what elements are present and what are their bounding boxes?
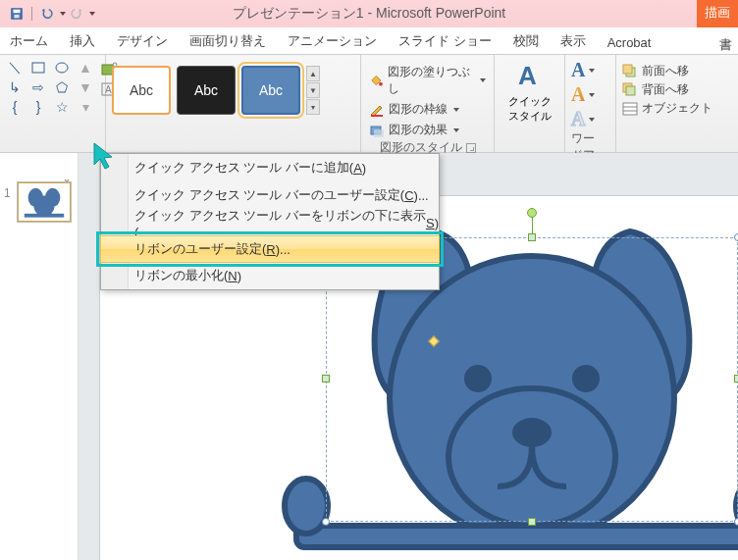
quick-style-label: クイック スタイル <box>508 94 552 124</box>
undo-icon[interactable] <box>40 7 54 21</box>
svg-rect-12 <box>374 129 384 137</box>
style-gallery-scroll: ▲ ▼ ▾ <box>306 66 320 115</box>
shape-brace-right-icon[interactable]: } <box>29 98 47 116</box>
ctx-minimize-ribbon[interactable]: リボンの最小化(N) <box>101 262 439 289</box>
bring-front-button[interactable]: 前面へ移 <box>622 63 732 79</box>
svg-rect-27 <box>296 526 738 547</box>
group-shape-styles: Abc Abc Abc ▲ ▼ ▾ <box>106 55 361 152</box>
send-back-button[interactable]: 背面へ移 <box>622 81 732 98</box>
resize-handle-n[interactable] <box>528 233 536 241</box>
dropdown-icon <box>453 108 459 112</box>
dropdown-icon <box>589 69 595 73</box>
ctx-customize-ribbon[interactable]: リボンのユーザー設定(R)... <box>100 235 440 263</box>
ctx-add-to-qat[interactable]: クイック アクセス ツール バーに追加(A) <box>101 154 439 181</box>
dropdown-icon <box>453 128 459 132</box>
effects-icon <box>369 123 385 138</box>
qat-separator <box>31 7 32 21</box>
ribbon: ＼ ▲ ↳ ⇨ ⬠ ▼ { } ☆ ▾ A Abc Abc Abc <box>0 55 738 153</box>
gallery-scroll-down-icon[interactable]: ▼ <box>306 82 320 98</box>
ruler-gutter <box>79 153 100 560</box>
svg-rect-2 <box>14 15 19 19</box>
svg-rect-3 <box>32 63 44 73</box>
style-swatch-2[interactable]: Abc <box>177 66 236 115</box>
shape-connector-icon[interactable]: ↳ <box>6 78 24 96</box>
style-swatch-3-selected[interactable]: Abc <box>241 66 300 115</box>
shape-effects-label: 図形の効果 <box>389 122 448 138</box>
group-quick-style: A クイック スタイル <box>495 55 565 152</box>
slide-thumbnail-1[interactable] <box>18 182 71 222</box>
tab-slideshow[interactable]: スライド ショー <box>398 32 492 54</box>
send-back-label: 背面へ移 <box>642 81 689 98</box>
shape-arrow-icon[interactable]: ⇨ <box>29 78 47 96</box>
text-fill-button[interactable]: A <box>571 59 609 81</box>
shape-oval-icon[interactable] <box>53 59 71 76</box>
pen-outline-icon <box>369 102 385 118</box>
tab-design[interactable]: デザイン <box>117 32 168 54</box>
resize-handle-s[interactable] <box>528 518 536 526</box>
undo-dropdown-icon[interactable] <box>60 12 66 16</box>
send-back-icon <box>622 82 638 98</box>
cursor-pointer-icon <box>92 141 118 171</box>
text-effects-button[interactable]: A <box>571 108 609 130</box>
gallery-scroll-up-icon[interactable]: ▲ <box>306 66 320 81</box>
shapes-more-icon[interactable]: ▾ <box>77 98 94 116</box>
svg-point-9 <box>379 82 383 86</box>
style-swatch-1[interactable]: Abc <box>112 66 171 115</box>
tab-animation[interactable]: アニメーション <box>288 32 377 54</box>
quick-style-button[interactable]: A クイック スタイル <box>501 59 558 126</box>
slide-number: 1 <box>4 186 11 200</box>
shape-effects-button[interactable]: 図形の効果 <box>367 121 488 139</box>
svg-rect-15 <box>623 65 632 74</box>
shape-rect-icon[interactable] <box>29 59 47 76</box>
shape-star-icon[interactable]: ☆ <box>53 98 71 116</box>
bring-front-label: 前面へ移 <box>642 63 689 79</box>
resize-handle-se[interactable] <box>734 518 738 526</box>
shapes-scroll-down-icon[interactable]: ▼ <box>77 78 94 96</box>
text-effects-icon: A <box>571 108 585 130</box>
shapes-scroll-up-icon[interactable]: ▲ <box>77 59 94 76</box>
text-outline-button[interactable]: A <box>571 83 609 106</box>
selection-pane-button[interactable]: オブジェクト <box>622 100 732 117</box>
selection-pane-icon <box>622 101 638 117</box>
shape-fill-button[interactable]: 図形の塗りつぶし <box>367 63 488 98</box>
resize-handle-sw[interactable] <box>322 518 330 526</box>
resize-handle-w[interactable] <box>322 375 330 382</box>
dialog-launcher-icon[interactable] <box>466 143 476 153</box>
slide-thumbnail-panel: × 1 <box>0 153 79 560</box>
ctx-customize-qat[interactable]: クイック アクセス ツール バーのユーザー設定(C)... <box>101 181 439 209</box>
group-wordart-styles: A A A ワードアートのス… <box>565 55 616 152</box>
shapes-gallery[interactable]: ＼ ▲ ↳ ⇨ ⬠ ▼ { } ☆ ▾ <box>6 59 96 116</box>
tab-extra[interactable]: 書 <box>719 36 732 54</box>
tab-transition[interactable]: 画面切り替え <box>189 32 266 54</box>
ribbon-tabs: ホーム 挿入 デザイン 画面切り替え アニメーション スライド ショー 校閲 表… <box>0 27 738 55</box>
window-title: プレゼンテーション1 - Microsoft PowerPoint <box>233 5 506 23</box>
shape-fill-label: 図形の塗りつぶし <box>388 64 474 97</box>
quick-style-icon: A <box>514 61 546 92</box>
tab-insert[interactable]: 挿入 <box>70 32 95 54</box>
contextual-tab-drawing[interactable]: 描画 <box>697 0 738 27</box>
save-icon[interactable] <box>10 7 24 21</box>
ctx-show-qat-below[interactable]: クイック アクセス ツール バーをリボンの下に表示(S) <box>101 209 439 236</box>
gallery-more-icon[interactable]: ▾ <box>306 99 320 115</box>
shape-brace-left-icon[interactable]: { <box>6 98 24 116</box>
dropdown-icon <box>589 118 595 122</box>
resize-handle-ne[interactable] <box>734 233 738 241</box>
wordart-options: A A A <box>571 59 609 130</box>
svg-rect-18 <box>623 103 637 115</box>
tab-acrobat[interactable]: Acrobat <box>607 35 652 54</box>
rotation-handle[interactable] <box>527 208 537 218</box>
tab-home[interactable]: ホーム <box>10 32 48 54</box>
group-insert-shapes: ＼ ▲ ↳ ⇨ ⬠ ▼ { } ☆ ▾ A <box>0 55 106 152</box>
dropdown-icon <box>589 93 595 97</box>
shape-line-icon[interactable]: ＼ <box>6 59 24 76</box>
shape-polygon-icon[interactable]: ⬠ <box>53 78 71 96</box>
resize-handle-e[interactable] <box>734 375 738 382</box>
tab-review[interactable]: 校閲 <box>513 32 539 54</box>
shape-outline-button[interactable]: 図形の枠線 <box>367 100 488 119</box>
dropdown-icon <box>480 78 486 82</box>
qat-customize-dropdown-icon[interactable] <box>89 12 95 16</box>
text-fill-icon: A <box>571 59 585 81</box>
tab-view[interactable]: 表示 <box>560 32 586 54</box>
group-shape-format: 図形の塗りつぶし 図形の枠線 図形の効果 図形のスタイル <box>361 55 495 152</box>
redo-icon[interactable] <box>70 7 83 21</box>
